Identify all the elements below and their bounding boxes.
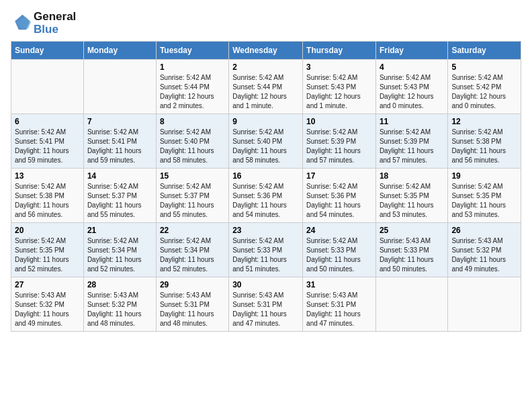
day-info: Sunrise: 5:43 AM Sunset: 5:33 PM Dayligh…: [380, 236, 444, 274]
day-info: Sunrise: 5:42 AM Sunset: 5:41 PM Dayligh…: [87, 128, 152, 165]
calendar-cell: 7Sunrise: 5:42 AM Sunset: 5:41 PM Daylig…: [83, 114, 156, 169]
calendar-cell: 28Sunrise: 5:43 AM Sunset: 5:32 PM Dayli…: [83, 277, 156, 332]
day-number: 9: [232, 117, 299, 126]
day-info: Sunrise: 5:42 AM Sunset: 5:43 PM Dayligh…: [306, 73, 372, 111]
weekday-header-saturday: Saturday: [448, 42, 521, 60]
calendar-cell: 18Sunrise: 5:42 AM Sunset: 5:35 PM Dayli…: [375, 169, 447, 223]
calendar-cell: 4Sunrise: 5:42 AM Sunset: 5:43 PM Daylig…: [375, 60, 447, 114]
day-info: Sunrise: 5:42 AM Sunset: 5:38 PM Dayligh…: [15, 182, 80, 220]
day-number: 23: [232, 226, 299, 235]
day-number: 30: [232, 280, 299, 289]
logo-icon: [12, 13, 31, 32]
calendar-cell: 13Sunrise: 5:42 AM Sunset: 5:38 PM Dayli…: [11, 169, 84, 223]
day-info: Sunrise: 5:43 AM Sunset: 5:32 PM Dayligh…: [87, 291, 152, 328]
weekday-header-wednesday: Wednesday: [229, 42, 303, 60]
day-number: 2: [232, 62, 299, 72]
day-info: Sunrise: 5:42 AM Sunset: 5:37 PM Dayligh…: [160, 182, 225, 220]
day-number: 20: [15, 226, 80, 235]
day-number: 17: [306, 171, 372, 181]
calendar-cell: 20Sunrise: 5:42 AM Sunset: 5:35 PM Dayli…: [11, 223, 84, 277]
weekday-header-thursday: Thursday: [303, 42, 376, 60]
weekday-header-sunday: Sunday: [11, 42, 84, 60]
calendar-cell: 2Sunrise: 5:42 AM Sunset: 5:44 PM Daylig…: [229, 60, 303, 114]
day-number: 5: [451, 62, 517, 72]
day-info: Sunrise: 5:43 AM Sunset: 5:32 PM Dayligh…: [451, 236, 517, 274]
calendar-cell: [83, 60, 156, 114]
day-info: Sunrise: 5:42 AM Sunset: 5:35 PM Dayligh…: [15, 236, 80, 274]
logo-text-blue: Blue: [34, 24, 76, 36]
calendar-cell: 21Sunrise: 5:42 AM Sunset: 5:34 PM Dayli…: [83, 223, 156, 277]
day-info: Sunrise: 5:42 AM Sunset: 5:38 PM Dayligh…: [451, 128, 517, 165]
calendar-cell: 14Sunrise: 5:42 AM Sunset: 5:37 PM Dayli…: [83, 169, 156, 223]
day-number: 24: [306, 226, 372, 235]
day-number: 12: [451, 117, 517, 126]
calendar-cell: 8Sunrise: 5:42 AM Sunset: 5:40 PM Daylig…: [156, 114, 228, 169]
calendar-cell: 5Sunrise: 5:42 AM Sunset: 5:42 PM Daylig…: [448, 60, 521, 114]
day-info: Sunrise: 5:42 AM Sunset: 5:34 PM Dayligh…: [87, 236, 152, 274]
day-number: 7: [87, 117, 152, 126]
calendar-cell: 27Sunrise: 5:43 AM Sunset: 5:32 PM Dayli…: [11, 277, 84, 332]
day-info: Sunrise: 5:42 AM Sunset: 5:40 PM Dayligh…: [160, 128, 225, 165]
day-info: Sunrise: 5:42 AM Sunset: 5:36 PM Dayligh…: [306, 182, 372, 220]
day-number: 8: [160, 117, 225, 126]
day-info: Sunrise: 5:42 AM Sunset: 5:42 PM Dayligh…: [451, 73, 517, 111]
day-info: Sunrise: 5:42 AM Sunset: 5:40 PM Dayligh…: [232, 128, 299, 165]
day-info: Sunrise: 5:43 AM Sunset: 5:31 PM Dayligh…: [306, 291, 372, 328]
day-info: Sunrise: 5:42 AM Sunset: 5:44 PM Dayligh…: [160, 73, 225, 111]
day-number: 22: [160, 226, 225, 235]
day-number: 28: [87, 280, 152, 289]
weekday-header-monday: Monday: [83, 42, 156, 60]
page-header: General Blue: [11, 11, 521, 36]
day-number: 19: [451, 171, 517, 181]
day-number: 1: [160, 62, 225, 72]
day-info: Sunrise: 5:43 AM Sunset: 5:32 PM Dayligh…: [15, 291, 80, 328]
logo-text-general: General: [34, 11, 76, 24]
calendar-cell: 19Sunrise: 5:42 AM Sunset: 5:35 PM Dayli…: [448, 169, 521, 223]
day-number: 27: [15, 280, 80, 289]
day-number: 14: [87, 171, 152, 181]
day-number: 4: [380, 62, 444, 72]
day-number: 18: [380, 171, 444, 181]
day-info: Sunrise: 5:42 AM Sunset: 5:33 PM Dayligh…: [306, 236, 372, 274]
calendar-cell: 11Sunrise: 5:42 AM Sunset: 5:39 PM Dayli…: [375, 114, 447, 169]
day-info: Sunrise: 5:42 AM Sunset: 5:41 PM Dayligh…: [15, 128, 80, 165]
calendar-cell: 22Sunrise: 5:42 AM Sunset: 5:34 PM Dayli…: [156, 223, 228, 277]
day-number: 31: [306, 280, 372, 289]
calendar-cell: [448, 277, 521, 332]
day-info: Sunrise: 5:42 AM Sunset: 5:37 PM Dayligh…: [87, 182, 152, 220]
calendar-cell: 23Sunrise: 5:42 AM Sunset: 5:33 PM Dayli…: [229, 223, 303, 277]
weekday-header-tuesday: Tuesday: [156, 42, 228, 60]
day-info: Sunrise: 5:42 AM Sunset: 5:39 PM Dayligh…: [306, 128, 372, 165]
calendar-cell: 1Sunrise: 5:42 AM Sunset: 5:44 PM Daylig…: [156, 60, 228, 114]
calendar-cell: 29Sunrise: 5:43 AM Sunset: 5:31 PM Dayli…: [156, 277, 228, 332]
calendar-cell: 25Sunrise: 5:43 AM Sunset: 5:33 PM Dayli…: [375, 223, 447, 277]
day-info: Sunrise: 5:42 AM Sunset: 5:35 PM Dayligh…: [451, 182, 517, 220]
calendar-cell: 12Sunrise: 5:42 AM Sunset: 5:38 PM Dayli…: [448, 114, 521, 169]
weekday-header-friday: Friday: [375, 42, 447, 60]
day-number: 13: [15, 171, 80, 181]
calendar-cell: 3Sunrise: 5:42 AM Sunset: 5:43 PM Daylig…: [303, 60, 376, 114]
calendar-cell: 26Sunrise: 5:43 AM Sunset: 5:32 PM Dayli…: [448, 223, 521, 277]
calendar-cell: 24Sunrise: 5:42 AM Sunset: 5:33 PM Dayli…: [303, 223, 376, 277]
day-number: 29: [160, 280, 225, 289]
calendar-table: SundayMondayTuesdayWednesdayThursdayFrid…: [11, 41, 521, 332]
logo: General Blue: [11, 11, 76, 36]
calendar-cell: 16Sunrise: 5:42 AM Sunset: 5:36 PM Dayli…: [229, 169, 303, 223]
day-number: 21: [87, 226, 152, 235]
calendar-cell: 30Sunrise: 5:43 AM Sunset: 5:31 PM Dayli…: [229, 277, 303, 332]
day-info: Sunrise: 5:43 AM Sunset: 5:31 PM Dayligh…: [232, 291, 299, 328]
day-number: 15: [160, 171, 225, 181]
day-number: 26: [451, 226, 517, 235]
calendar-cell: [11, 60, 84, 114]
day-info: Sunrise: 5:43 AM Sunset: 5:31 PM Dayligh…: [160, 291, 225, 328]
day-info: Sunrise: 5:42 AM Sunset: 5:33 PM Dayligh…: [232, 236, 299, 274]
day-number: 11: [380, 117, 444, 126]
day-info: Sunrise: 5:42 AM Sunset: 5:39 PM Dayligh…: [380, 128, 444, 165]
calendar-cell: 17Sunrise: 5:42 AM Sunset: 5:36 PM Dayli…: [303, 169, 376, 223]
calendar-cell: 31Sunrise: 5:43 AM Sunset: 5:31 PM Dayli…: [303, 277, 376, 332]
day-number: 6: [15, 117, 80, 126]
calendar-cell: 10Sunrise: 5:42 AM Sunset: 5:39 PM Dayli…: [303, 114, 376, 169]
calendar-cell: [375, 277, 447, 332]
day-info: Sunrise: 5:42 AM Sunset: 5:44 PM Dayligh…: [232, 73, 299, 111]
calendar-cell: 6Sunrise: 5:42 AM Sunset: 5:41 PM Daylig…: [11, 114, 84, 169]
